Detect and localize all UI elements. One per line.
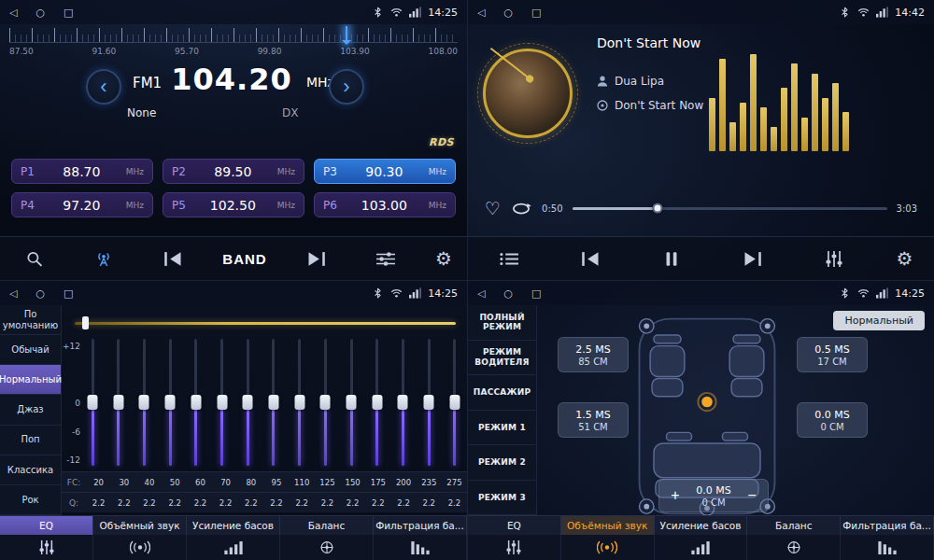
surround-mode-item[interactable]: РЕЖИМ 2 xyxy=(468,445,536,481)
tab-filter[interactable]: Фильтрация ба... xyxy=(374,516,467,535)
surround-mode-item[interactable]: РЕЖИМ 3 xyxy=(468,481,536,516)
radio-preset-p2[interactable]: P289.50MHz xyxy=(163,159,304,184)
radio-preset-p5[interactable]: P5102.50MHz xyxy=(163,192,304,217)
eq-preset-item[interactable]: Рок xyxy=(0,485,61,515)
previous-track-button[interactable] xyxy=(571,240,610,277)
band-button[interactable]: BAND xyxy=(222,251,266,267)
delay-front-left[interactable]: 2.5 MS 85 CM xyxy=(558,337,629,372)
seek-bar[interactable] xyxy=(573,207,887,210)
eq-preset-item[interactable]: Обычай xyxy=(0,335,61,365)
eq-slider-knob[interactable] xyxy=(294,395,304,410)
tab-balance[interactable]: Баланс xyxy=(280,516,374,535)
tab-balance-button[interactable] xyxy=(280,535,374,560)
playlist-button[interactable] xyxy=(489,240,529,277)
eq-slider-knob[interactable] xyxy=(139,395,149,410)
eq-preset-item[interactable]: Джаз xyxy=(0,395,61,425)
nav-recents-button[interactable]: □ xyxy=(64,7,73,18)
tab-surround[interactable]: Объёмный звук xyxy=(93,516,187,535)
broadcast-button[interactable] xyxy=(84,240,123,277)
nav-home-button[interactable]: ○ xyxy=(35,7,45,18)
eq-slider-knob[interactable] xyxy=(372,395,382,410)
eq-slider-knob[interactable] xyxy=(398,395,408,410)
eq-slider-knob[interactable] xyxy=(113,395,123,410)
repeat-button[interactable] xyxy=(510,202,532,216)
eq-slider-knob[interactable] xyxy=(424,395,434,410)
eq-slider-knob[interactable] xyxy=(268,395,278,410)
eq-slider-knob[interactable] xyxy=(191,395,201,410)
eq-slider-knob[interactable] xyxy=(165,395,176,410)
eq-band-slider[interactable] xyxy=(345,339,358,466)
search-button[interactable] xyxy=(15,240,54,277)
tab-bass-button[interactable] xyxy=(655,535,748,560)
master-level-slider[interactable] xyxy=(75,316,456,329)
nav-recents-button[interactable]: □ xyxy=(64,288,73,299)
previous-station-button[interactable] xyxy=(153,240,192,277)
nav-home-button[interactable]: ○ xyxy=(35,288,45,299)
eq-mixer-button[interactable] xyxy=(814,240,854,277)
tab-surround-button[interactable] xyxy=(561,535,655,560)
master-level-knob[interactable] xyxy=(82,316,89,329)
delay-decrease-button[interactable]: − xyxy=(742,488,762,503)
tune-down-button[interactable]: ‹ xyxy=(86,69,121,105)
tab-surround[interactable]: Объёмный звук xyxy=(561,516,655,535)
eq-band-slider[interactable] xyxy=(190,339,203,466)
eq-preset-item[interactable]: По умолчанию xyxy=(0,305,61,335)
audio-adjust-button[interactable] xyxy=(366,240,405,277)
eq-band-slider[interactable] xyxy=(293,339,306,466)
seek-knob[interactable] xyxy=(652,203,662,214)
tab-bass-button[interactable] xyxy=(187,535,280,560)
favorite-button[interactable]: ♡ xyxy=(485,200,501,217)
tab-filter-button[interactable] xyxy=(374,535,467,560)
tab-bass[interactable]: Усиление басов xyxy=(187,516,280,535)
nav-home-button[interactable]: ○ xyxy=(503,288,513,299)
eq-band-slider[interactable] xyxy=(163,339,177,466)
delay-front-right[interactable]: 0.5 MS 17 CM xyxy=(797,337,868,372)
tab-filter-button[interactable] xyxy=(841,535,934,560)
surround-mode-item[interactable]: ПАССАЖИР xyxy=(468,375,536,411)
delay-rear-left[interactable]: 1.5 MS 51 CM xyxy=(558,402,629,438)
eq-slider-knob[interactable] xyxy=(347,395,357,410)
tab-surround-button[interactable] xyxy=(93,535,187,560)
eq-band-slider[interactable] xyxy=(396,339,409,466)
tune-up-button[interactable]: › xyxy=(329,69,364,105)
frequency-scale[interactable]: 87.5091.6095.7099.80103.90108.00 xyxy=(9,28,458,63)
nav-back-button[interactable]: ◁ xyxy=(477,7,485,18)
eq-slider-knob[interactable] xyxy=(88,395,98,410)
album-art[interactable] xyxy=(483,49,573,138)
eq-band-slider[interactable] xyxy=(112,339,125,466)
tab-bass[interactable]: Усиление басов xyxy=(655,516,748,535)
radio-preset-p6[interactable]: P6103.00MHz xyxy=(314,192,456,217)
nav-home-button[interactable]: ○ xyxy=(503,7,513,18)
nav-back-button[interactable]: ◁ xyxy=(477,288,485,299)
eq-preset-item[interactable]: Нормальный xyxy=(0,365,61,395)
next-station-button[interactable] xyxy=(297,240,336,277)
radio-preset-p4[interactable]: P497.20MHz xyxy=(11,192,153,217)
delay-increase-button[interactable]: + xyxy=(665,488,686,503)
tab-eq[interactable]: EQ xyxy=(468,516,561,535)
eq-slider-knob[interactable] xyxy=(449,395,460,410)
nav-back-button[interactable]: ◁ xyxy=(9,288,17,299)
eq-preset-item[interactable]: Поп xyxy=(0,426,61,455)
eq-slider-knob[interactable] xyxy=(320,395,331,410)
surround-mode-item[interactable]: ПОЛНЫЙ РЕЖИМ xyxy=(468,305,536,341)
eq-slider-knob[interactable] xyxy=(243,395,253,410)
surround-mode-item[interactable]: РЕЖИМ 1 xyxy=(468,411,536,446)
settings-button[interactable]: ⚙ xyxy=(435,249,452,268)
nav-recents-button[interactable]: □ xyxy=(531,288,541,299)
eq-band-slider[interactable] xyxy=(318,339,332,466)
tab-eq-button[interactable] xyxy=(468,535,561,560)
eq-band-slider[interactable] xyxy=(86,339,99,466)
nav-back-button[interactable]: ◁ xyxy=(9,7,17,18)
settings-button[interactable]: ⚙ xyxy=(896,249,913,268)
eq-band-slider[interactable] xyxy=(216,339,229,466)
pause-button[interactable] xyxy=(652,240,691,277)
eq-band-slider[interactable] xyxy=(267,339,280,466)
nav-recents-button[interactable]: □ xyxy=(531,7,541,18)
eq-band-slider[interactable] xyxy=(448,339,461,466)
eq-band-slider[interactable] xyxy=(422,339,435,466)
tab-eq[interactable]: EQ xyxy=(0,516,93,535)
tab-eq-button[interactable] xyxy=(0,535,93,560)
eq-band-slider[interactable] xyxy=(241,339,254,466)
radio-preset-p3[interactable]: P390.30MHz xyxy=(314,159,456,184)
next-track-button[interactable] xyxy=(733,240,772,277)
